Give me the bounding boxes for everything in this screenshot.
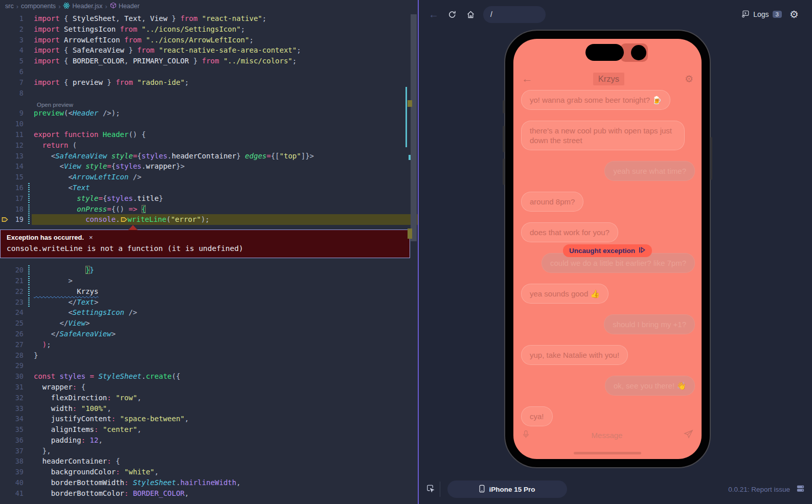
uncaught-exception-chip[interactable]: Uncaught exception (563, 244, 652, 257)
back-button[interactable]: ← (426, 7, 441, 22)
home-icon[interactable] (463, 7, 478, 22)
gutter[interactable] (0, 45, 9, 56)
gutter[interactable] (0, 307, 9, 318)
mic-icon[interactable] (522, 430, 530, 441)
gutter[interactable] (0, 66, 9, 77)
code-area[interactable]: 1import { StyleSheet, Text, View } from … (0, 12, 418, 499)
gutter[interactable] (0, 151, 9, 162)
line-number: 41 (9, 488, 26, 499)
send-icon[interactable] (684, 429, 693, 441)
chat-bubble-sent[interactable]: ok, see you there! 👋 (605, 376, 695, 396)
gutter[interactable] (0, 414, 9, 424)
gutter[interactable] (0, 467, 9, 477)
gutter-bar (26, 382, 32, 393)
chat-bubble-received[interactable]: cya! (521, 406, 553, 426)
overview-ruler-exception-mark (408, 228, 412, 239)
url-bar[interactable]: / (483, 6, 546, 23)
gutter[interactable] (0, 329, 9, 339)
devices-icon[interactable] (796, 484, 805, 495)
gutter[interactable] (0, 108, 9, 119)
gutter-bar (26, 129, 32, 140)
gutter[interactable] (0, 24, 9, 35)
gutter-bar (26, 360, 32, 371)
breadcrumb-file[interactable]: Header.jsx (63, 2, 102, 11)
editor-scrollbar[interactable] (411, 14, 417, 241)
debug-paused-icon[interactable] (0, 214, 9, 225)
gutter[interactable] (0, 77, 9, 88)
device-selector[interactable]: iPhone 15 Pro (447, 480, 567, 498)
gutter[interactable] (0, 403, 9, 414)
chat-bubble-received[interactable]: yup, take Natalie with you! (521, 345, 628, 365)
gutter[interactable] (0, 276, 9, 286)
chat-bubble-sent[interactable]: should I bring my +1? (604, 314, 695, 334)
breadcrumb-components[interactable]: components (21, 3, 56, 10)
gutter[interactable] (0, 350, 9, 361)
line-number: 27 (9, 339, 26, 350)
gutter[interactable] (0, 360, 9, 371)
gutter[interactable] (0, 488, 9, 499)
gutter[interactable] (0, 88, 9, 99)
breadcrumb-symbol[interactable]: Header (110, 2, 140, 10)
breadcrumb-src[interactable]: src (5, 3, 14, 10)
code-line: 33 width: "100%", (0, 403, 418, 414)
logs-button[interactable]: Logs 3 (741, 10, 782, 19)
git-change-marker (26, 297, 32, 308)
codelens-open-preview[interactable]: Open preview (0, 98, 418, 108)
close-icon[interactable]: × (89, 234, 93, 241)
reload-icon[interactable] (444, 7, 460, 22)
gutter-bar (26, 140, 32, 151)
gutter[interactable] (0, 339, 9, 350)
gutter[interactable] (0, 13, 9, 24)
preview-toolbar: ← / Logs 3 ⚙ (419, 0, 812, 29)
code-line: 12 return ( (0, 140, 418, 151)
gutter[interactable] (0, 193, 9, 204)
gutter[interactable] (0, 435, 9, 446)
gutter[interactable] (0, 371, 9, 382)
gutter[interactable] (0, 477, 9, 488)
chat-bubble-received[interactable]: yea sounds good 👍 (521, 284, 608, 304)
gutter[interactable] (0, 35, 9, 45)
gutter-bar (26, 435, 32, 446)
settings-gear-icon[interactable]: ⚙ (786, 7, 802, 22)
chat-bubble-received[interactable]: around 8pm? (521, 192, 583, 212)
code-text: } (32, 350, 418, 361)
report-issue-link[interactable]: 0.0.21: Report issue (728, 486, 790, 493)
gutter[interactable] (0, 286, 9, 297)
chat-back-arrow-icon[interactable]: ← (522, 73, 533, 84)
code-line: 13 <SafeAreaView style={styles.headerCon… (0, 151, 418, 162)
gutter[interactable] (0, 297, 9, 308)
code-line: 28} (0, 350, 418, 361)
chat-bubble-sent[interactable]: yeah sure what time? (604, 161, 695, 181)
gutter[interactable] (0, 119, 9, 129)
mute-switch (503, 100, 505, 113)
gutter[interactable] (0, 382, 9, 393)
gutter[interactable] (0, 56, 9, 66)
gutter[interactable] (0, 140, 9, 151)
gutter[interactable] (0, 318, 9, 329)
gutter[interactable] (0, 424, 9, 435)
chat-bubble-received[interactable]: yo! wanna grab some beer tonight? 🍺 (521, 90, 670, 110)
code-line: 6 (0, 66, 418, 77)
gutter[interactable] (0, 161, 9, 172)
resume-debug-icon (639, 247, 646, 255)
gutter[interactable] (0, 456, 9, 467)
message-input[interactable]: Message (530, 431, 684, 440)
code-text: preview(<Header />); (32, 108, 418, 119)
breadcrumb: src › components › Header.jsx › Header (0, 0, 418, 12)
gutter-bar (26, 488, 32, 499)
gutter[interactable] (0, 204, 9, 215)
device-screen[interactable]: ← Krzys ⚙ yo! wanna grab some beer tonig… (513, 39, 702, 459)
gutter-bar (26, 350, 32, 361)
gutter[interactable] (0, 393, 9, 403)
chat-settings-icon[interactable]: ⚙ (685, 74, 693, 84)
line-number: 12 (9, 140, 26, 151)
inspect-element-icon[interactable] (426, 484, 435, 495)
gutter[interactable] (0, 446, 9, 456)
chat-bubble-received[interactable]: there's a new cool pub with open taps ju… (521, 121, 685, 150)
gutter-bar (26, 66, 32, 77)
gutter[interactable] (0, 265, 9, 276)
gutter[interactable] (0, 129, 9, 140)
chat-bubble-received[interactable]: does that work for you? (521, 222, 618, 242)
gutter[interactable] (0, 172, 9, 182)
gutter[interactable] (0, 182, 9, 193)
